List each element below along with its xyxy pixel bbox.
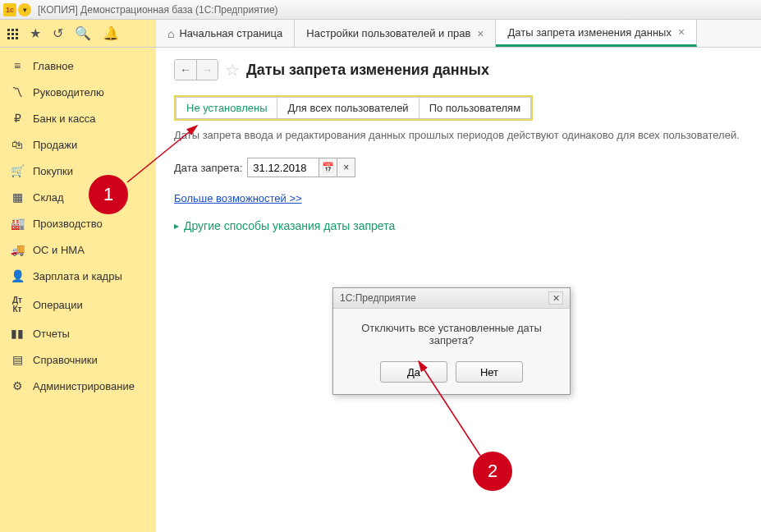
seg-all-users[interactable]: Для всех пользователей (277, 97, 419, 119)
nav-buttons: ← → (174, 59, 218, 80)
sidebar-item-main[interactable]: ≡Главное (0, 53, 156, 79)
back-button[interactable]: ← (175, 60, 196, 80)
sidebar-item-warehouse[interactable]: ▦Склад (0, 184, 156, 210)
dialog-no-button[interactable]: Нет (456, 361, 523, 383)
truck-icon: 🚚 (10, 243, 25, 256)
sidebar: ≡Главное 〽Руководителю ₽Банк и касса 🛍Пр… (0, 48, 156, 532)
cart-icon: 🛒 (10, 164, 25, 177)
close-icon[interactable]: × (477, 27, 484, 40)
sidebar-item-sales[interactable]: 🛍Продажи (0, 131, 156, 158)
calendar-icon[interactable]: 📅 (319, 158, 337, 177)
more-options-link[interactable]: Больше возможностей >> (174, 192, 302, 204)
sidebar-item-manager[interactable]: 〽Руководителю (0, 79, 156, 105)
notifications-icon[interactable]: 🔔 (103, 25, 119, 41)
app-logo-icon: 1c (3, 3, 16, 16)
search-icon[interactable]: 🔍 (75, 25, 91, 41)
person-icon: 👤 (10, 269, 25, 282)
boxes-icon: ▦ (10, 190, 25, 204)
sidebar-item-salary[interactable]: 👤Зарплата и кадры (0, 263, 156, 289)
factory-icon: 🏭 (10, 217, 25, 230)
chevron-right-icon: ▸ (174, 220, 179, 232)
favorite-star-icon[interactable]: ☆ (225, 60, 240, 80)
window-title: [КОПИЯ] Демонстрационная база (1С:Предпр… (38, 4, 278, 16)
expander-label: Другие способы указания даты запрета (184, 219, 395, 232)
dialog-message: Отключить все установленные даты запрета… (345, 322, 558, 346)
tab-user-settings[interactable]: Настройки пользователей и прав × (295, 20, 496, 47)
sidebar-label: Справочники (33, 354, 98, 366)
description-text: Даты запрета ввода и редактирования данн… (174, 129, 743, 141)
toolbar-icons: ★ ↺ 🔍 🔔 (0, 20, 156, 47)
app-menu-dropdown[interactable]: ▾ (18, 3, 31, 16)
annotation-callout-2: 2 (473, 452, 512, 491)
tab-label: Настройки пользователей и прав (306, 27, 470, 39)
dialog-title-bar: 1С:Предприятие ✕ (333, 288, 570, 309)
sidebar-label: Банк и касса (33, 112, 96, 125)
tab-change-dates[interactable]: Даты запрета изменения данных × (496, 20, 697, 47)
menu-icon: ≡ (10, 59, 25, 72)
dialog-title: 1С:Предприятие (340, 292, 416, 304)
sidebar-label: Главное (33, 60, 74, 72)
bag-icon: 🛍 (10, 138, 25, 151)
sidebar-item-reports[interactable]: ▮▮Отчеты (0, 320, 156, 346)
sidebar-label: Продажи (33, 139, 77, 151)
forward-button[interactable]: → (196, 60, 218, 80)
dialog-yes-button[interactable]: Да (380, 361, 447, 383)
home-icon: ⌂ (167, 27, 174, 40)
annotation-callout-1: 1 (89, 175, 128, 214)
book-icon: ▤ (10, 353, 25, 366)
tab-home[interactable]: ⌂ Начальная страница (156, 20, 295, 47)
sidebar-label: Зарплата и кадры (33, 270, 122, 282)
clear-icon[interactable]: × (337, 158, 355, 177)
sidebar-label: Администрирование (33, 380, 135, 392)
close-icon[interactable]: × (678, 25, 685, 39)
tab-label: Даты запрета изменения данных (507, 26, 671, 39)
sidebar-item-production[interactable]: 🏭Производство (0, 210, 156, 236)
ruble-icon: ₽ (10, 112, 25, 125)
sidebar-label: Операции (33, 299, 83, 311)
history-icon[interactable]: ↺ (53, 25, 63, 41)
chart-up-icon: 〽 (10, 85, 25, 99)
tab-bar: ⌂ Начальная страница Настройки пользоват… (156, 20, 761, 47)
confirm-dialog: 1С:Предприятие ✕ Отключить все установле… (332, 287, 571, 395)
sidebar-label: Склад (33, 191, 64, 204)
window-title-bar: 1c ▾ [КОПИЯ] Демонстрационная база (1С:П… (0, 0, 761, 20)
date-input-group: 📅 × (247, 158, 355, 177)
sidebar-label: ОС и НМА (33, 244, 85, 256)
seg-not-set[interactable]: Не установлены (176, 97, 277, 119)
sidebar-label: Покупки (33, 165, 73, 177)
apps-icon[interactable] (7, 28, 18, 39)
mode-segmented-control: Не установлены Для всех пользователей По… (174, 95, 533, 121)
sidebar-label: Руководителю (33, 86, 104, 99)
favorites-icon[interactable]: ★ (30, 25, 41, 41)
bar-chart-icon: ▮▮ (10, 327, 25, 340)
sidebar-item-assets[interactable]: 🚚ОС и НМА (0, 236, 156, 263)
sidebar-label: Производство (33, 218, 103, 230)
seg-by-user[interactable]: По пользователям (419, 97, 531, 119)
sidebar-item-bank[interactable]: ₽Банк и касса (0, 105, 156, 131)
toolbar-row: ★ ↺ 🔍 🔔 ⌂ Начальная страница Настройки п… (0, 20, 761, 48)
sidebar-item-purchases[interactable]: 🛒Покупки (0, 158, 156, 184)
sidebar-label: Отчеты (33, 328, 70, 340)
other-methods-expander[interactable]: ▸ Другие способы указания даты запрета (174, 219, 743, 232)
dialog-close-icon[interactable]: ✕ (548, 291, 563, 305)
sidebar-item-reference[interactable]: ▤Справочники (0, 346, 156, 373)
date-label: Дата запрета: (174, 162, 242, 174)
page-title: Даты запрета изменения данных (246, 62, 489, 79)
sidebar-item-operations[interactable]: ДтКтОперации (0, 289, 156, 320)
operations-icon: ДтКт (10, 296, 25, 314)
date-field[interactable] (248, 162, 319, 174)
sidebar-item-admin[interactable]: ⚙Администрирование (0, 373, 156, 399)
gear-icon: ⚙ (10, 379, 25, 392)
tab-label: Начальная страница (179, 27, 282, 39)
